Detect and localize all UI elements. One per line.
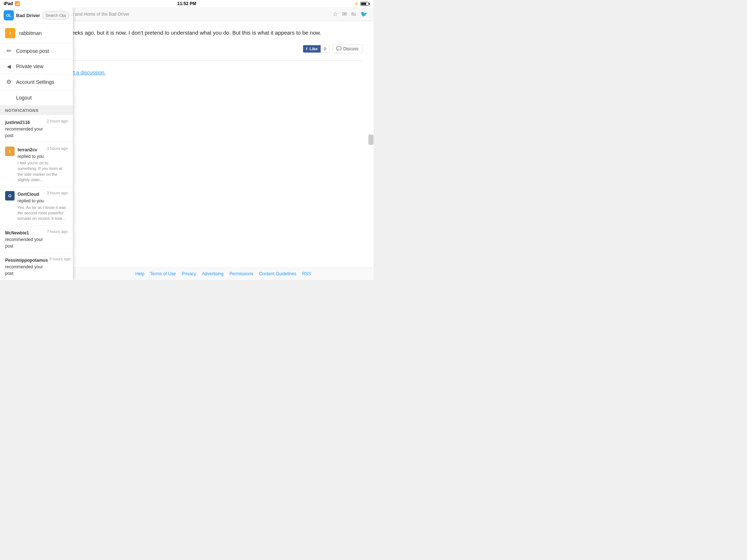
notif-time: 2 hours ago	[47, 119, 68, 123]
sidebar-header: OL Bad Driver	[0, 7, 73, 24]
notif-avatar: O	[5, 191, 15, 201]
notif-preview: Yes. As far as I know it was the second …	[18, 205, 68, 222]
private-view-item[interactable]: ◀ Private view	[0, 59, 73, 74]
compose-icon: ✏	[5, 47, 12, 54]
user-avatar: r	[5, 28, 15, 38]
footer-permissions-link[interactable]: Permissions	[229, 271, 253, 276]
notification-item[interactable]: t terran2cv replied to you 3 hours ago I…	[0, 143, 73, 187]
notif-avatar: t	[5, 147, 15, 156]
status-bar: iPad 📶 11:52 PM ⚡	[0, 0, 374, 7]
footer-rss-link[interactable]: RSS	[302, 271, 311, 276]
logout-label: Logout	[16, 95, 32, 101]
footer-help-link[interactable]: Help	[135, 271, 144, 276]
private-view-label: Private view	[16, 63, 43, 69]
notification-item[interactable]: Pessimippopotamus recommended your post …	[0, 253, 73, 280]
discuss-label: Discuss	[343, 46, 359, 51]
device-label: iPad	[4, 1, 13, 6]
username: rabbitman	[19, 30, 42, 36]
logout-item[interactable]: Logout	[0, 90, 73, 106]
wifi-icon: 📶	[15, 1, 20, 6]
notif-user: justinw2116	[5, 120, 30, 125]
twitter-icon[interactable]: 🐦	[360, 11, 368, 18]
star-icon[interactable]: ☆	[333, 11, 338, 18]
notification-item[interactable]: justinw2116 recommended your post 2 hour…	[0, 115, 73, 143]
footer-terms-link[interactable]: Terms of Use	[150, 271, 176, 276]
notif-time: 7 hours ago	[47, 229, 68, 234]
private-view-icon: ◀	[5, 63, 12, 69]
facebook-like-button[interactable]: f Like 0	[303, 45, 329, 53]
notif-preview: I feel you're on to something. If you lo…	[18, 160, 68, 183]
battery-indicator	[360, 2, 370, 6]
like-count: 0	[321, 45, 329, 52]
account-settings-label: Account Settings	[16, 79, 54, 85]
notif-user: McNewbie1	[5, 230, 29, 236]
notifications-header: NOTIFICATIONS	[0, 106, 73, 115]
notification-item[interactable]: O OortCloud replied to you 3 hours ago Y…	[0, 187, 73, 226]
footer-advertising-link[interactable]: Advertising	[202, 271, 224, 276]
user-row[interactable]: r rabbitman	[0, 24, 73, 43]
notif-action: recommended your post	[5, 127, 43, 138]
notif-user: OortCloud	[18, 192, 39, 197]
fb-like-label[interactable]: f Like	[303, 45, 321, 52]
sidebar-dropdown: OL Bad Driver r rabbitman ✏ Compose post…	[0, 7, 73, 280]
follow-text[interactable]: flo	[351, 12, 356, 17]
notif-action: replied to you	[18, 154, 44, 159]
notif-action: recommended your post	[5, 237, 43, 249]
svg-rect-0	[337, 47, 341, 50]
compose-label: Compose post	[16, 48, 49, 54]
notif-time: 3 hours ago	[47, 146, 68, 151]
notif-time: 9 hours ago	[49, 257, 70, 261]
settings-icon: ⚙	[5, 78, 12, 85]
notif-action: replied to you	[18, 198, 44, 203]
compose-post-item[interactable]: ✏ Compose post	[0, 43, 73, 59]
app-title: Bad Driver	[16, 13, 40, 18]
notif-action: recommended your post	[5, 264, 43, 276]
footer-privacy-link[interactable]: Privacy	[182, 271, 196, 276]
bluetooth-icon: ⚡	[354, 1, 359, 6]
notif-user: terran2cv	[18, 147, 37, 152]
account-settings-item[interactable]: ⚙ Account Settings	[0, 74, 73, 90]
discuss-button[interactable]: Discuss	[332, 44, 363, 53]
scroll-indicator[interactable]	[368, 135, 374, 145]
notification-item[interactable]: McNewbie1 recommended your post 7 hours …	[0, 226, 73, 253]
notif-user: Pessimippopotamus	[5, 258, 48, 263]
status-time: 11:52 PM	[177, 1, 196, 6]
mail-icon[interactable]: ✉	[342, 11, 347, 18]
footer-content-guidelines-link[interactable]: Content Guidelines	[259, 271, 296, 276]
footer-bar: Help Terms of Use Privacy Advertising Pe…	[73, 267, 374, 280]
notif-time: 3 hours ago	[47, 191, 68, 195]
app-icon: OL	[4, 10, 14, 20]
search-input[interactable]	[42, 11, 69, 20]
